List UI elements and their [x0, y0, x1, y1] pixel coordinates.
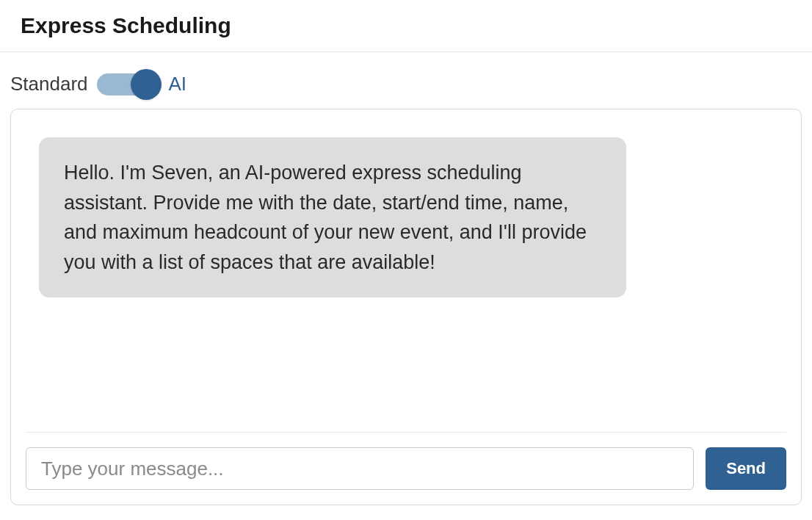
- page-title: Express Scheduling: [21, 13, 791, 38]
- input-row: Send: [26, 432, 786, 490]
- mode-toggle-row: Standard AI: [0, 52, 812, 109]
- send-button[interactable]: Send: [706, 447, 786, 490]
- messages-area: Hello. I'm Seven, an AI-powered express …: [26, 124, 786, 425]
- toggle-label-ai: AI: [169, 73, 187, 95]
- toggle-label-standard: Standard: [10, 73, 88, 95]
- chat-panel: Hello. I'm Seven, an AI-powered express …: [10, 109, 802, 505]
- message-input[interactable]: [26, 447, 694, 490]
- assistant-message: Hello. I'm Seven, an AI-powered express …: [39, 137, 626, 297]
- mode-toggle[interactable]: [97, 73, 160, 95]
- header: Express Scheduling: [0, 0, 812, 52]
- toggle-knob: [131, 69, 162, 100]
